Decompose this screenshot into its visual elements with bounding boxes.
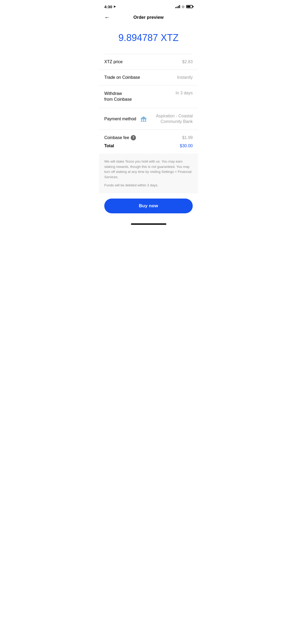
page-title: Order preview <box>133 15 163 20</box>
wifi-icon: ⊙ <box>182 5 185 9</box>
xtz-price-row: XTZ price $2.83 <box>99 54 198 70</box>
svg-rect-0 <box>141 118 147 119</box>
buy-button-container: Buy now <box>99 193 198 221</box>
fee-value: $1.99 <box>182 135 193 140</box>
payment-value: Aspiration - Coastal Community Bank <box>140 113 193 125</box>
battery-icon <box>186 5 193 8</box>
staking-disclaimer: We will stake Tezos you hold with us. Yo… <box>104 159 193 180</box>
svg-rect-2 <box>143 119 144 121</box>
withdraw-label: Withdraw from Coinbase <box>104 91 132 103</box>
fee-label: Coinbase fee ? <box>104 135 136 140</box>
home-bar <box>131 223 166 225</box>
signal-bars-icon <box>175 5 180 8</box>
svg-rect-1 <box>141 119 142 121</box>
withdraw-row: Withdraw from Coinbase In 3 days <box>99 85 198 108</box>
amount-section: 9.894787 XTZ <box>99 24 198 54</box>
location-icon: ➤ <box>113 5 116 8</box>
funds-disclaimer: Funds will be debited within 3 days. <box>104 183 193 188</box>
svg-rect-4 <box>141 121 147 122</box>
total-label: Total <box>104 144 114 148</box>
home-indicator <box>99 221 198 227</box>
xtz-price-value: $2.83 <box>182 59 193 64</box>
fee-help-icon[interactable]: ? <box>131 135 136 140</box>
back-button[interactable]: ← <box>104 14 110 21</box>
bank-icon <box>140 115 147 123</box>
payment-method-row[interactable]: Payment method Aspiration - Coastal Comm… <box>99 108 198 130</box>
payment-label: Payment method <box>104 117 136 121</box>
fee-row: Coinbase fee ? $1.99 <box>104 135 193 140</box>
trade-row: Trade on Coinbase Instantly <box>99 70 198 85</box>
svg-rect-3 <box>145 119 146 121</box>
amount-value: 9.894787 XTZ <box>118 32 178 43</box>
trade-label: Trade on Coinbase <box>104 75 140 80</box>
status-bar: 4:30 ➤ ⊙ <box>99 0 198 12</box>
trade-value: Instantly <box>177 75 193 80</box>
status-icons: ⊙ <box>175 5 193 9</box>
header: ← Order preview <box>99 12 198 24</box>
disclaimer-section: We will stake Tezos you hold with us. Yo… <box>99 154 198 193</box>
total-value: $30.00 <box>180 144 193 148</box>
buy-now-button[interactable]: Buy now <box>104 199 193 213</box>
svg-marker-5 <box>141 116 147 118</box>
status-time: 4:30 ➤ <box>104 4 116 9</box>
fee-section: Coinbase fee ? $1.99 Total $30.00 <box>99 130 198 153</box>
xtz-price-label: XTZ price <box>104 59 122 64</box>
withdraw-value: In 3 days <box>176 91 193 95</box>
bank-name: Aspiration - Coastal Community Bank <box>149 113 193 125</box>
total-row: Total $30.00 <box>104 144 193 153</box>
